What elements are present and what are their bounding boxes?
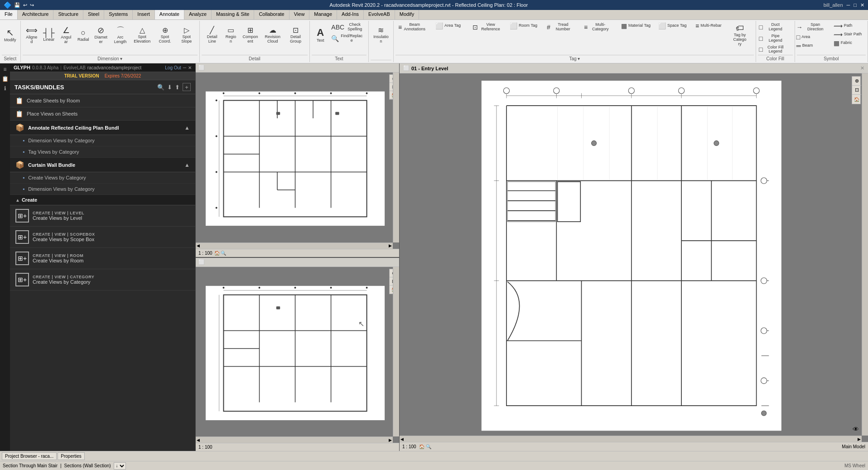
scroll-h-2[interactable]: ◀ ▶ xyxy=(196,436,393,443)
minimize-btn[interactable]: ─ xyxy=(847,2,850,8)
zoom-region-3[interactable]: ⊡ xyxy=(852,86,861,95)
drawing-area-1[interactable]: ⊕ ⊡ 🏠 ◀ ▶ xyxy=(196,73,399,249)
scroll-left-2[interactable]: ◀ xyxy=(197,438,200,442)
tab-manage[interactable]: Manage xyxy=(309,10,337,19)
quick-save[interactable]: 💾 xyxy=(14,2,20,8)
zoom-sheet-3[interactable]: 🏠 xyxy=(852,95,861,104)
detail-group-button[interactable]: ⊡ Detail Group xyxy=(285,22,307,49)
scroll-left-3[interactable]: ◀ xyxy=(400,437,404,441)
scroll-h-1[interactable]: ◀ ▶ xyxy=(196,242,393,249)
tag-by-category-button[interactable]: 🏷 Tag by Category xyxy=(731,22,749,49)
path-button[interactable]: ⟿ Path xyxy=(832,22,868,30)
scroll-left-1[interactable]: ◀ xyxy=(197,243,200,248)
dimension-views-category-1[interactable]: ▪ Dimension Views by Category xyxy=(10,135,195,146)
eye-icon[interactable]: 👁 xyxy=(853,426,859,433)
keynote-button[interactable]: 🔑 Keynote xyxy=(414,50,432,53)
insulation-button[interactable]: ≋ Insulation xyxy=(371,22,391,49)
scroll-right-3[interactable]: ▶ xyxy=(858,437,861,441)
dimension-views-category-2[interactable]: ▪ Dimension Views by Category xyxy=(10,184,195,195)
find-replace-button[interactable]: 🔍 Find/Replace xyxy=(329,33,366,44)
curtain-wall-section[interactable]: 📦 Curtain Wall Bundle ▲ xyxy=(10,158,195,172)
revision-cloud-button[interactable]: ☁ Revision Cloud xyxy=(261,22,284,49)
detail-line-button[interactable]: ╱ Detail Line xyxy=(203,22,222,49)
scroll-v-3[interactable] xyxy=(862,73,868,436)
material-tag-button[interactable]: ▦ Material Tag xyxy=(619,22,656,30)
quick-undo[interactable]: ↩ xyxy=(23,2,27,8)
tab-insert[interactable]: Insert xyxy=(133,10,155,19)
view-icon-house-1[interactable]: 🏠 xyxy=(214,251,220,256)
spot-coordinate-button[interactable]: ⊕ Spot Coord. xyxy=(154,22,175,49)
tab-analyze[interactable]: Analyze xyxy=(184,10,212,19)
zoom-icon-3[interactable]: 🔍 xyxy=(426,444,431,449)
radial-button[interactable]: ○ Radial xyxy=(75,22,92,49)
collapse-rcp-icon[interactable]: ▲ xyxy=(184,125,190,131)
properties-tab[interactable]: Properties xyxy=(58,452,85,460)
tab-file[interactable]: File xyxy=(0,10,18,19)
multi-rebar-button[interactable]: ≡ Multi-Rebar xyxy=(694,22,730,30)
annotate-rcp-section[interactable]: 📦 Annotate Reflected Ceiling Plan Bundl … xyxy=(10,121,195,135)
scroll-right-2[interactable]: ▶ xyxy=(389,438,392,442)
spot-elevation-button[interactable]: △ Spot Elevation xyxy=(131,22,153,49)
collapse-cw-icon[interactable]: ▲ xyxy=(184,162,190,168)
search-panel-icon[interactable]: 🔍 xyxy=(157,84,164,91)
logout-button[interactable]: Log Out xyxy=(165,65,181,70)
tag-views-category[interactable]: ▪ Tag Views by Category xyxy=(10,146,195,158)
tab-massing[interactable]: Massing & Site xyxy=(212,10,254,19)
room-tag-button[interactable]: ⬜ Room Tag xyxy=(508,22,544,30)
upload-icon[interactable]: ⬆ xyxy=(175,84,180,91)
tab-structure[interactable]: Structure xyxy=(53,10,83,19)
linear-button[interactable]: ┤├ Linear xyxy=(41,22,57,49)
house-icon-3[interactable]: 🏠 xyxy=(419,444,424,449)
stair-path-button[interactable]: ⟿ Stair Path xyxy=(832,30,868,39)
view-reference-button[interactable]: ⊡ View Reference xyxy=(471,22,507,33)
tab-annotate[interactable]: Annotate xyxy=(155,10,184,19)
close-btn[interactable]: ✕ xyxy=(860,2,864,8)
component-button[interactable]: ⊞ Component xyxy=(240,22,261,49)
drawing-area-2[interactable]: ⊕ ⊡ 🏠 ↖ ◀ ▶ xyxy=(196,267,399,443)
create-view-level-item[interactable]: ⊞+ CREATE | VIEW | LEVEL Create Views by… xyxy=(10,205,195,227)
add-panel-icon[interactable]: + xyxy=(183,83,191,91)
tab-collaborate[interactable]: Collaborate xyxy=(254,10,289,19)
quick-redo[interactable]: ↪ xyxy=(30,2,34,8)
sidebar-info-icon[interactable]: ℹ xyxy=(1,84,9,92)
scroll-h-3[interactable]: ◀ ▶ xyxy=(400,436,862,442)
tag-all-button[interactable]: 🏷 Tag All xyxy=(396,50,413,53)
tab-systems[interactable]: Systems xyxy=(104,10,133,19)
view-close-3[interactable]: ✕ xyxy=(860,65,864,71)
space-tag-button[interactable]: ⬜ Space Tag xyxy=(656,22,693,30)
region-button[interactable]: ▭ Region xyxy=(223,22,239,49)
angular-button[interactable]: ∠ Angular xyxy=(58,22,74,49)
tab-evolvelab[interactable]: EvolveAB xyxy=(364,10,395,19)
restore-btn[interactable]: □ xyxy=(854,2,857,8)
aligned-button[interactable]: ⟺ Aligned xyxy=(24,22,40,49)
area-tag-button[interactable]: ⬜ Area Tag xyxy=(434,22,470,30)
download-icon[interactable]: ⬇ xyxy=(167,84,172,91)
project-browser-tab[interactable]: Project Browser - raca... xyxy=(2,452,57,460)
drawing-area-3[interactable]: ⊕ ⊡ 🏠 ▶ 👁 ◀ ▶ xyxy=(400,73,868,442)
zoom-fit-3[interactable]: ⊕ xyxy=(852,77,861,86)
tab-view[interactable]: View xyxy=(289,10,310,19)
glyph-close-btn[interactable]: ✕ xyxy=(188,65,192,70)
create-section-header[interactable]: ▲ Create xyxy=(10,195,195,205)
tab-steel[interactable]: Steel xyxy=(83,10,104,19)
duct-legend-button[interactable]: □ Duct Legend xyxy=(757,22,793,33)
area-button[interactable]: □ Area xyxy=(795,33,831,41)
tread-number-button[interactable]: # Tread Number xyxy=(545,22,581,33)
span-direction-button[interactable]: → Span Direction xyxy=(795,22,831,33)
scroll-v-1[interactable] xyxy=(393,73,399,242)
create-view-room-item[interactable]: ⊞+ CREATE | VIEW | ROOM Create Views by … xyxy=(10,248,195,269)
multi-category-button[interactable]: ≡ Multi-Category xyxy=(582,22,618,33)
status-dropdown[interactable]: ↓ xyxy=(114,462,126,470)
text-button[interactable]: A Text xyxy=(312,22,328,49)
sidebar-sheets-icon[interactable]: 📋 xyxy=(1,75,9,83)
scroll-v-2[interactable] xyxy=(393,267,399,437)
create-view-category-item[interactable]: ⊞+ CREATE | VIEW | CATEGORY Create Views… xyxy=(10,269,195,291)
arc-length-button[interactable]: ⌒ Arc Length xyxy=(111,22,130,49)
color-fill-legend-button[interactable]: □ Color Fill Legend xyxy=(757,44,793,55)
tab-addins[interactable]: Add-Ins xyxy=(337,10,364,19)
tab-modify[interactable]: Modify xyxy=(395,10,419,19)
create-view-scopebox-item[interactable]: ⊞+ CREATE | VIEW | SCOPEBOX Create Views… xyxy=(10,227,195,248)
place-views-item[interactable]: 📋 Place Views on Sheets xyxy=(10,107,195,121)
create-sheets-item[interactable]: 📋 Create Sheets by Room xyxy=(10,94,195,107)
beam-annotations-button[interactable]: ≡ Beam Annotations xyxy=(396,22,433,33)
